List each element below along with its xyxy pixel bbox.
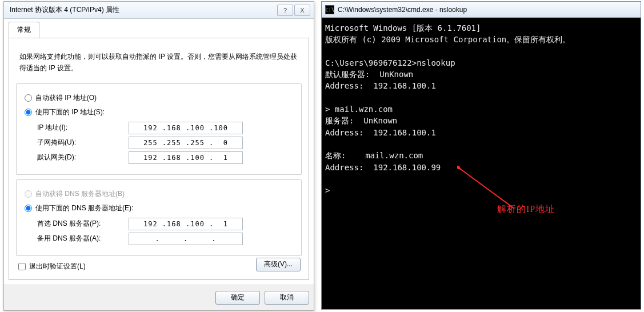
cancel-button[interactable]: 取消 xyxy=(265,291,309,305)
preferred-dns-input[interactable] xyxy=(129,218,243,230)
dialog-title: Internet 协议版本 4 (TCP/IPv4) 属性 xyxy=(7,5,276,15)
alternate-dns-input[interactable] xyxy=(129,233,243,245)
close-button[interactable]: X xyxy=(294,5,310,16)
cmd-output[interactable]: Microsoft Windows [版本 6.1.7601] 版权所有 (c)… xyxy=(322,18,641,309)
cmd-icon: c:\ xyxy=(325,5,334,14)
radio-ip-auto[interactable] xyxy=(25,94,32,102)
ok-button[interactable]: 确定 xyxy=(215,291,260,305)
cmd-line: C:\Users\969676122>nslookup xyxy=(325,58,455,67)
radio-dns-manual-label: 使用下面的 DNS 服务器地址(E): xyxy=(35,203,133,213)
cmd-line: Address: 192.168.100.1 xyxy=(325,81,436,90)
cmd-line: Address: 192.168.100.99 xyxy=(325,163,441,172)
cmd-line: Microsoft Windows [版本 6.1.7601] xyxy=(325,23,481,33)
ip-address-input[interactable] xyxy=(129,122,243,134)
advanced-button[interactable]: 高级(V)... xyxy=(256,258,301,271)
cmd-line: > mail.wzn.com xyxy=(325,105,393,114)
preferred-dns-label: 首选 DNS 服务器(P): xyxy=(37,219,129,229)
description-text: 如果网络支持此功能，则可以获取自动指派的 IP 设置。否则，您需要从网络系统管理… xyxy=(19,51,298,74)
radio-ip-auto-label: 自动获得 IP 地址(O) xyxy=(35,93,97,103)
alternate-dns-label: 备用 DNS 服务器(A): xyxy=(37,234,129,243)
subnet-mask-input[interactable] xyxy=(129,137,243,149)
cmd-line: Address: 192.168.100.1 xyxy=(325,128,436,137)
validate-on-exit-label: 退出时验证设置(L) xyxy=(29,262,86,271)
cmd-line: > xyxy=(325,186,330,195)
radio-dns-auto xyxy=(25,190,32,198)
close-icon: X xyxy=(300,7,304,14)
radio-dns-auto-label: 自动获得 DNS 服务器地址(B) xyxy=(35,189,125,199)
help-icon: ? xyxy=(283,7,287,14)
ipv4-properties-dialog: Internet 协议版本 4 (TCP/IPv4) 属性 ? X 常规 如果网… xyxy=(3,1,314,311)
cmd-title: C:\Windows\system32\cmd.exe - nslookup xyxy=(338,6,637,14)
annotation-label: 解析的IP地址 xyxy=(497,203,555,215)
subnet-mask-label: 子网掩码(U): xyxy=(37,138,129,147)
help-button[interactable]: ? xyxy=(277,5,293,16)
radio-dns-manual[interactable] xyxy=(25,205,32,212)
cmd-line: 名称: mail.wzn.com xyxy=(325,151,423,160)
default-gateway-input[interactable] xyxy=(129,151,243,164)
radio-ip-manual-label: 使用下面的 IP 地址(S): xyxy=(35,107,105,117)
default-gateway-label: 默认网关(D): xyxy=(37,153,129,162)
cmd-titlebar[interactable]: c:\ C:\Windows\system32\cmd.exe - nslook… xyxy=(322,2,641,18)
cmd-window: c:\ C:\Windows\system32\cmd.exe - nslook… xyxy=(321,1,641,310)
tab-page-general: 如果网络支持此功能，则可以获取自动指派的 IP 设置。否则，您需要从网络系统管理… xyxy=(9,38,309,280)
cmd-line: 服务器: UnKnown xyxy=(325,116,397,125)
tab-general[interactable]: 常规 xyxy=(9,22,39,38)
validate-on-exit-checkbox[interactable] xyxy=(18,263,26,270)
ip-settings-group: 自动获得 IP 地址(O) 使用下面的 IP 地址(S): IP 地址(I): … xyxy=(16,83,302,175)
cmd-line: 版权所有 (c) 2009 Microsoft Corporation。保留所有… xyxy=(325,35,570,44)
cmd-line: 默认服务器: UnKnown xyxy=(325,70,413,79)
ip-address-label: IP 地址(I): xyxy=(37,123,129,133)
dns-settings-group: 自动获得 DNS 服务器地址(B) 使用下面的 DNS 服务器地址(E): 首选… xyxy=(16,179,302,256)
radio-ip-manual[interactable] xyxy=(25,109,32,116)
dialog-titlebar[interactable]: Internet 协议版本 4 (TCP/IPv4) 属性 ? X xyxy=(4,2,314,19)
